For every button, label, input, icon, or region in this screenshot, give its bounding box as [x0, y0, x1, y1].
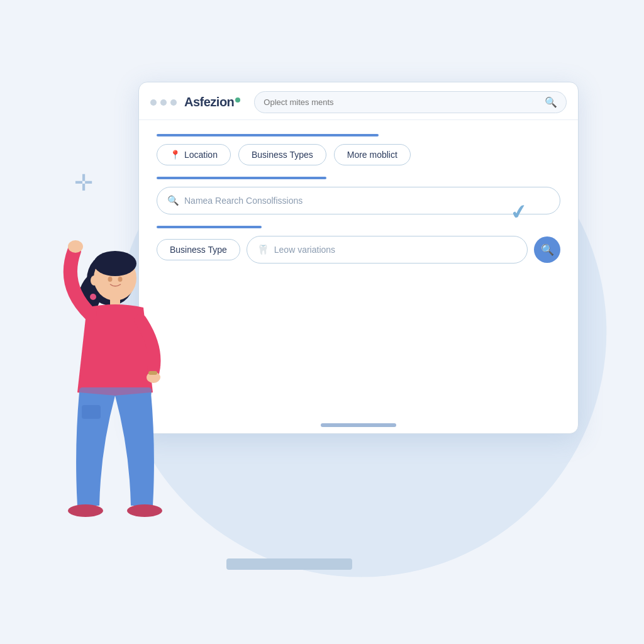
main-search-input[interactable] [264, 97, 540, 107]
filter-row: 📍 Location Business Types More moblict [157, 144, 560, 165]
more-label: More moblict [347, 150, 397, 160]
filter-section: 📍 Location Business Types More moblict [157, 134, 560, 165]
variations-placeholder: Leow variations [274, 245, 335, 255]
svg-point-9 [68, 240, 83, 253]
business-types-pill[interactable]: Business Types [238, 144, 326, 165]
location-pill[interactable]: 📍 Location [157, 144, 231, 165]
brand-dot [235, 97, 240, 103]
search-button[interactable]: 🔍 [534, 236, 560, 263]
section-bar-2 [157, 177, 326, 179]
browser-stand [226, 558, 352, 570]
browser-dot-1 [150, 99, 157, 106]
bottom-section: Business Type 🦷 Leow variations 🔍 [157, 226, 560, 264]
decorative-plus: ✛ [74, 170, 93, 196]
svg-point-5 [108, 277, 113, 282]
main-search-bar[interactable]: 🔍 [254, 91, 567, 113]
brand-logo: Asfezion [184, 95, 240, 109]
tooth-icon: 🦷 [257, 244, 269, 255]
svg-point-4 [90, 294, 96, 300]
variations-search-field[interactable]: 🦷 Leow variations [247, 236, 528, 264]
browser-dot-3 [170, 99, 177, 106]
svg-point-7 [91, 275, 98, 286]
scroll-bar[interactable] [321, 423, 396, 427]
svg-point-14 [127, 504, 162, 517]
browser-dot-2 [160, 99, 167, 106]
name-search-field[interactable]: 🔍 Namea Rearch Consolfissions [157, 187, 560, 214]
location-label: Location [184, 150, 218, 160]
svg-point-6 [118, 277, 123, 282]
name-search-section: 🔍 Namea Rearch Consolfissions [157, 177, 560, 214]
business-types-label: Business Types [252, 150, 313, 160]
browser-titlebar: Asfezion 🔍 [139, 82, 578, 120]
woman-svg [43, 204, 213, 556]
location-icon: 📍 [170, 150, 180, 160]
svg-point-3 [94, 251, 136, 276]
main-search-icon: 🔍 [545, 96, 557, 108]
search-button-icon: 🔍 [541, 243, 554, 257]
svg-rect-12 [82, 405, 101, 419]
section-bar-1 [157, 134, 379, 136]
svg-point-13 [68, 504, 103, 517]
more-pill[interactable]: More moblict [334, 144, 411, 165]
brand-name: Asfezion [184, 95, 234, 109]
browser-dots [150, 99, 177, 106]
bottom-row: Business Type 🦷 Leow variations 🔍 [157, 236, 560, 264]
svg-rect-15 [148, 371, 157, 375]
woman-illustration [43, 204, 213, 556]
